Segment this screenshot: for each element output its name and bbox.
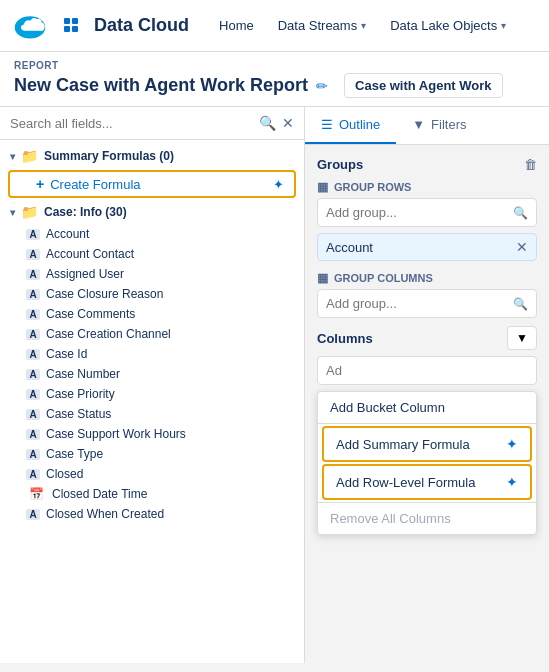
chevron-down-icon: ▾ bbox=[10, 207, 15, 218]
report-header: REPORT New Case with Agent Work Report ✏… bbox=[0, 52, 549, 107]
group-tag-label: Account bbox=[326, 240, 373, 255]
salesforce-logo bbox=[12, 8, 48, 44]
field-label: Account Contact bbox=[46, 247, 134, 261]
remove-all-columns-item: Remove All Columns bbox=[318, 503, 536, 534]
field-case-number[interactable]: A Case Number bbox=[0, 364, 304, 384]
field-label: Case Number bbox=[46, 367, 120, 381]
groups-section: Groups 🗑 bbox=[317, 157, 537, 172]
field-label: Closed When Created bbox=[46, 507, 164, 521]
section-case-info-label: Case: Info (30) bbox=[44, 205, 127, 219]
folder-icon: 📁 bbox=[21, 204, 38, 220]
search-input[interactable] bbox=[10, 116, 253, 131]
chevron-down-icon: ▾ bbox=[361, 20, 366, 31]
field-type-badge: A bbox=[26, 469, 40, 480]
columns-dropdown-menu: Add Bucket Column Add Summary Formula ✦ … bbox=[317, 391, 537, 535]
field-type-badge: A bbox=[26, 449, 40, 460]
field-label: Assigned User bbox=[46, 267, 124, 281]
add-summary-formula-label: Add Summary Formula bbox=[336, 437, 470, 452]
field-account[interactable]: A Account bbox=[0, 224, 304, 244]
chevron-down-icon: ▾ bbox=[501, 20, 506, 31]
search-icon[interactable]: 🔍 bbox=[259, 115, 276, 131]
search-mini-icon: 🔍 bbox=[513, 297, 528, 311]
field-type-badge: A bbox=[26, 509, 40, 520]
field-type-badge: A bbox=[26, 369, 40, 380]
add-row-level-formula-label: Add Row-Level Formula bbox=[336, 475, 475, 490]
nav-item-home[interactable]: Home bbox=[209, 12, 264, 39]
svg-rect-2 bbox=[72, 18, 78, 24]
field-label: Case Creation Channel bbox=[46, 327, 171, 341]
field-case-comments[interactable]: A Case Comments bbox=[0, 304, 304, 324]
add-column-input[interactable] bbox=[317, 356, 537, 385]
add-group-rows-input[interactable]: 🔍 bbox=[317, 198, 537, 227]
add-group-cols-input[interactable]: 🔍 bbox=[317, 289, 537, 318]
field-type-badge: A bbox=[26, 269, 40, 280]
create-formula-button[interactable]: + Create Formula ✦ bbox=[8, 170, 296, 198]
group-rows-search[interactable] bbox=[326, 205, 509, 220]
field-case-priority[interactable]: A Case Priority bbox=[0, 384, 304, 404]
groups-title: Groups bbox=[317, 157, 363, 172]
tab-filters[interactable]: ▼ Filters bbox=[396, 107, 482, 144]
field-type-badge: A bbox=[26, 289, 40, 300]
field-case-id[interactable]: A Case Id bbox=[0, 344, 304, 364]
field-type-badge: A bbox=[26, 229, 40, 240]
section-summary-formulas[interactable]: ▾ 📁 Summary Formulas (0) bbox=[0, 144, 304, 168]
add-row-level-formula-item[interactable]: Add Row-Level Formula ✦ bbox=[322, 464, 532, 500]
field-label: Case Priority bbox=[46, 387, 115, 401]
field-label: Account bbox=[46, 227, 89, 241]
trash-icon[interactable]: 🗑 bbox=[524, 157, 537, 172]
nav-item-data-streams[interactable]: Data Streams ▾ bbox=[268, 12, 376, 39]
svg-rect-3 bbox=[64, 26, 70, 32]
tab-bar: ☰ Outline ▼ Filters bbox=[305, 107, 549, 145]
sparkle-icon: ✦ bbox=[506, 436, 518, 452]
field-type-badge: A bbox=[26, 349, 40, 360]
add-summary-formula-item[interactable]: Add Summary Formula ✦ bbox=[322, 426, 532, 462]
field-type-badge: A bbox=[26, 249, 40, 260]
field-case-creation-channel[interactable]: A Case Creation Channel bbox=[0, 324, 304, 344]
field-label: Case Closure Reason bbox=[46, 287, 163, 301]
field-assigned-user[interactable]: A Assigned User bbox=[0, 264, 304, 284]
columns-header: Columns ▼ bbox=[317, 326, 537, 350]
tab-outline[interactable]: ☰ Outline bbox=[305, 107, 396, 144]
column-search-input[interactable] bbox=[326, 363, 528, 378]
report-title-row: New Case with Agent Work Report ✏ Case w… bbox=[14, 73, 535, 98]
tag-close-icon[interactable]: ✕ bbox=[516, 239, 528, 255]
main-content: 🔍 ✕ ▾ 📁 Summary Formulas (0) + Create Fo… bbox=[0, 107, 549, 663]
columns-dropdown-button[interactable]: ▼ bbox=[507, 326, 537, 350]
nav-item-data-lake[interactable]: Data Lake Objects ▾ bbox=[380, 12, 516, 39]
field-closed[interactable]: A Closed bbox=[0, 464, 304, 484]
report-title: New Case with Agent Work Report bbox=[14, 75, 308, 96]
app-grid-icon[interactable] bbox=[58, 12, 86, 40]
columns-section: Columns ▼ Add Bucket Column Add Summary bbox=[317, 326, 537, 535]
columns-title: Columns bbox=[317, 331, 373, 346]
field-closed-date-time[interactable]: 📅 Closed Date Time bbox=[0, 484, 304, 504]
edit-icon[interactable]: ✏ bbox=[316, 78, 328, 94]
group-tag-account[interactable]: Account ✕ bbox=[317, 233, 537, 261]
add-bucket-column-item[interactable]: Add Bucket Column bbox=[318, 392, 536, 423]
field-label: Case Comments bbox=[46, 307, 135, 321]
menu-separator bbox=[318, 423, 536, 424]
field-label: Closed bbox=[46, 467, 83, 481]
field-type-badge: A bbox=[26, 309, 40, 320]
field-label: Case Status bbox=[46, 407, 111, 421]
field-case-support-work-hours[interactable]: A Case Support Work Hours bbox=[0, 424, 304, 444]
app-name: Data Cloud bbox=[94, 15, 189, 36]
table-rows-icon: ▦ bbox=[317, 180, 328, 194]
group-columns-label: ▦ GROUP COLUMNS bbox=[317, 271, 537, 285]
report-label: REPORT bbox=[14, 60, 535, 71]
group-rows-label: ▦ GROUP ROWS bbox=[317, 180, 537, 194]
field-label: Case Id bbox=[46, 347, 87, 361]
chevron-down-icon: ▾ bbox=[10, 151, 15, 162]
group-cols-search[interactable] bbox=[326, 296, 509, 311]
field-case-type[interactable]: A Case Type bbox=[0, 444, 304, 464]
field-label: Case Support Work Hours bbox=[46, 427, 186, 441]
outline-icon: ☰ bbox=[321, 117, 333, 132]
field-type-badge: A bbox=[26, 329, 40, 340]
field-case-status[interactable]: A Case Status bbox=[0, 404, 304, 424]
field-account-contact[interactable]: A Account Contact bbox=[0, 244, 304, 264]
field-closed-when-created[interactable]: A Closed When Created bbox=[0, 504, 304, 524]
search-mini-icon: 🔍 bbox=[513, 206, 528, 220]
field-type-badge: A bbox=[26, 389, 40, 400]
close-icon[interactable]: ✕ bbox=[282, 115, 294, 131]
section-case-info[interactable]: ▾ 📁 Case: Info (30) bbox=[0, 200, 304, 224]
field-case-closure-reason[interactable]: A Case Closure Reason bbox=[0, 284, 304, 304]
